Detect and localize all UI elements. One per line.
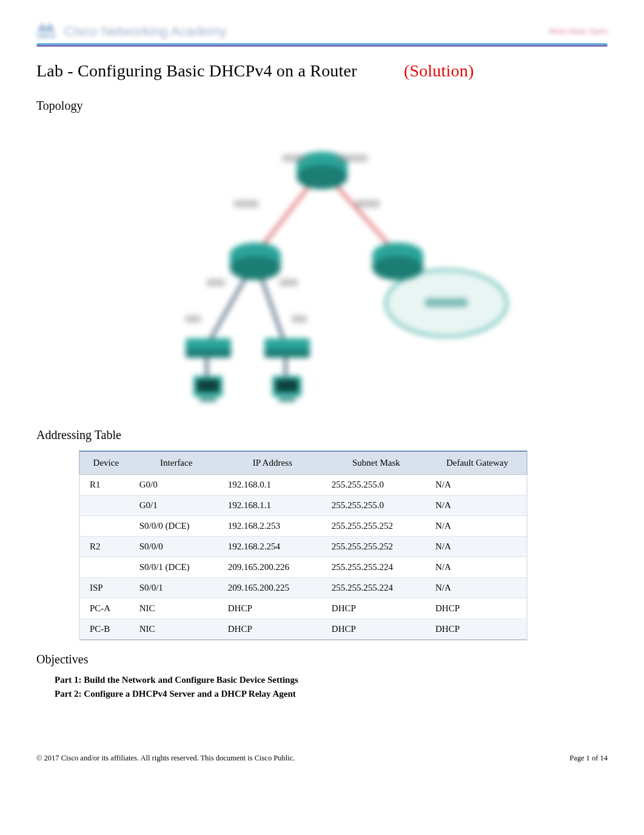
table-row: R2S0/0/0192.168.2.254255.255.255.252N/A [79,537,528,557]
cell-gw: DHCP [428,619,528,640]
page-title: Lab - Configuring Basic DHCPv4 on a Rout… [36,61,608,81]
svg-rect-32 [207,279,225,286]
svg-rect-21 [264,349,310,358]
th-mask: Subnet Mask [324,451,428,475]
svg-rect-33 [280,279,298,286]
cell-gw: N/A [428,516,528,537]
cell-ip: DHCP [221,599,324,619]
title-main: Lab - Configuring Basic DHCPv4 on a Rout… [36,61,357,80]
header-tagline: Mind Wide Open [549,27,608,36]
cell-mask: 255.255.255.252 [324,537,428,557]
table-header-row: Device Interface IP Address Subnet Mask … [79,451,528,475]
cell-device [79,495,132,516]
svg-rect-35 [292,315,307,323]
footer-copyright: © 2017 Cisco and/or its affiliates. All … [36,754,295,763]
cell-device: R2 [79,537,132,557]
svg-rect-30 [234,200,258,207]
footer-page: Page 1 of 14 [569,754,608,763]
svg-rect-27 [278,398,295,401]
cell-interface: NIC [132,599,221,619]
cell-device: R1 [79,475,132,495]
svg-point-11 [297,165,347,189]
section-objectives: Objectives [36,652,608,666]
table-row: PC-ANICDHCPDHCPDHCP [79,599,528,619]
cell-device: ISP [79,578,132,599]
cell-gw: N/A [428,578,528,599]
title-solution: (Solution) [404,61,474,80]
cell-mask: 255.255.255.252 [324,516,428,537]
cell-interface: G0/1 [132,495,221,516]
cell-mask: 255.255.255.0 [324,475,428,495]
cell-device [79,557,132,578]
cell-device: PC-B [79,619,132,640]
th-gateway: Default Gateway [428,451,528,475]
table-row: G0/1192.168.1.1255.255.255.0N/A [79,495,528,516]
page-header: CISCO Cisco Networking Academy Mind Wide… [36,18,608,43]
objective-part1: Part 1: Build the Network and Configure … [55,675,608,685]
svg-rect-23 [197,380,219,392]
th-interface: Interface [132,451,221,475]
cell-gw: N/A [428,475,528,495]
svg-point-14 [230,256,281,280]
th-device: Device [79,451,132,475]
cell-device [79,516,132,537]
cisco-logo-icon: CISCO [36,23,56,39]
cell-interface: NIC [132,619,221,640]
cell-interface: S0/0/1 [132,578,221,599]
svg-point-17 [372,256,423,280]
cell-mask: DHCP [324,619,428,640]
section-topology: Topology [36,99,608,113]
cell-interface: S0/0/0 [132,537,221,557]
cell-interface: S0/0/1 (DCE) [132,557,221,578]
cell-ip: 209.165.200.226 [221,557,324,578]
cell-gw: N/A [428,495,528,516]
objectives-list: Part 1: Build the Network and Configure … [36,675,608,699]
cell-mask: 255.255.255.224 [324,578,428,599]
academy-title: Cisco Networking Academy [64,24,227,39]
cell-gw: N/A [428,557,528,578]
header-divider [36,43,608,47]
cell-mask: DHCP [324,599,428,619]
cisco-logo-text: CISCO [36,33,56,39]
cell-interface: S0/0/0 (DCE) [132,516,221,537]
network-topology-icon [128,121,516,412]
svg-rect-8 [425,298,468,307]
cell-mask: 255.255.255.0 [324,495,428,516]
table-row: ISPS0/0/1209.165.200.225255.255.255.224N… [79,578,528,599]
page-footer: © 2017 Cisco and/or its affiliates. All … [36,754,608,763]
cell-ip: 209.165.200.225 [221,578,324,599]
cell-ip: 192.168.2.253 [221,516,324,537]
objective-part2: Part 2: Configure a DHCPv4 Server and a … [55,689,608,699]
cell-ip: 192.168.1.1 [221,495,324,516]
table-row: S0/0/1 (DCE)209.165.200.226255.255.255.2… [79,557,528,578]
section-addressing: Addressing Table [36,428,608,442]
table-row: PC-BNICDHCPDHCPDHCP [79,619,528,640]
addressing-table: Device Interface IP Address Subnet Mask … [79,451,528,640]
cell-mask: 255.255.255.224 [324,557,428,578]
cell-device: PC-A [79,599,132,619]
svg-rect-28 [283,155,307,162]
svg-rect-31 [355,200,380,207]
svg-rect-34 [186,315,201,323]
cell-ip: 192.168.0.1 [221,475,324,495]
header-left: CISCO Cisco Networking Academy [36,23,226,39]
table-row: R1G0/0192.168.0.1255.255.255.0N/A [79,475,528,495]
cell-ip: DHCP [221,619,324,640]
cell-interface: G0/0 [132,475,221,495]
cell-gw: DHCP [428,599,528,619]
svg-rect-26 [276,380,298,392]
svg-rect-19 [186,349,231,358]
cell-ip: 192.168.2.254 [221,537,324,557]
table-row: S0/0/0 (DCE)192.168.2.253255.255.255.252… [79,516,528,537]
svg-rect-29 [337,155,367,162]
th-ip: IP Address [221,451,324,475]
topology-diagram [36,121,608,415]
svg-rect-24 [200,398,216,401]
cell-gw: N/A [428,537,528,557]
